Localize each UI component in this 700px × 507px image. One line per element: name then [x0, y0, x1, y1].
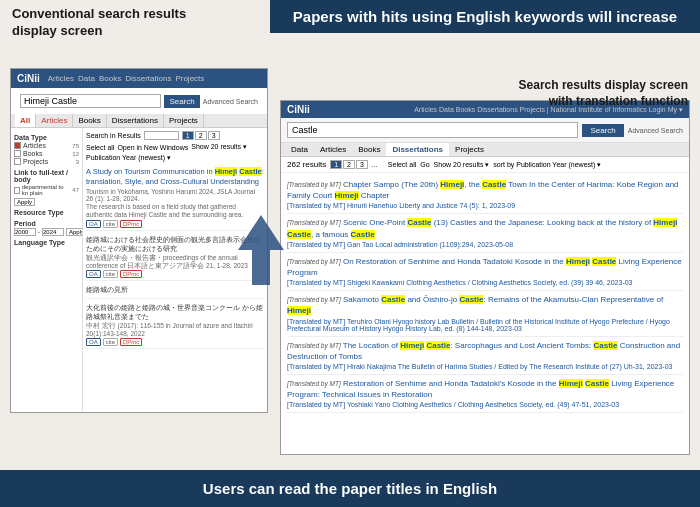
nav-dissertations[interactable]: Dissertations — [125, 74, 171, 83]
trans-result-title-1[interactable]: [Translated by MT] Chapter Sampo (The 20… — [287, 179, 683, 201]
tag-cite: cite — [103, 220, 118, 228]
trans-result-sub-1: [Translated by MT] Hinurii Hanehuo Liber… — [287, 202, 683, 209]
trans-tab-data[interactable]: Data — [285, 143, 314, 156]
cinii-tabs: All Articles Books Dissertations Project… — [11, 114, 267, 128]
trans-tab-projects[interactable]: Projects — [449, 143, 490, 156]
trans-result-sub-3: [Translated by MT] Shigeki Kawakami Clot… — [287, 279, 683, 286]
link-fulltext-label: Link to full-text / body — [14, 169, 79, 183]
trans-result-title-5[interactable]: [Translated by MT] The Location of Himej… — [287, 340, 683, 362]
trans-tab-dissertations[interactable]: Dissertations — [386, 143, 449, 156]
filter-projects-checkbox[interactable] — [14, 158, 21, 165]
show-label[interactable]: Show 20 results ▾ — [191, 143, 247, 151]
pagination: 1 2 3 — [182, 131, 220, 140]
trans-result-4: [Translated by MT] Sakamoto Castle and Ō… — [287, 291, 683, 336]
results-controls-2: Select all Open in New Windows Show 20 r… — [86, 143, 264, 162]
page-3[interactable]: 3 — [208, 131, 220, 140]
trans-results-count: 262 results — [287, 160, 326, 169]
svg-marker-0 — [238, 215, 284, 285]
trans-sort-label[interactable]: sort by Publication Year (newest) ▾ — [493, 161, 601, 169]
trans-search-input[interactable] — [287, 122, 578, 138]
top-banner: Papers with hits using English keywords … — [270, 0, 700, 33]
filter-link-checkbox[interactable] — [14, 187, 20, 194]
nav-books[interactable]: Books — [99, 74, 121, 83]
tab-dissertations[interactable]: Dissertations — [107, 114, 164, 127]
page-2[interactable]: 2 — [195, 131, 207, 140]
trans-result-3: [Translated by MT] On Restoration of Sen… — [287, 253, 683, 291]
trans-result-sub-4: [Translated by MT] Teruhiro Otani Hyogo … — [287, 318, 683, 332]
trans-tab-articles[interactable]: Articles — [314, 143, 352, 156]
trans-result-5: [Translated by MT] The Location of Himej… — [287, 337, 683, 375]
apply-period-btn[interactable]: Apply — [66, 228, 83, 236]
cinii-search-button[interactable]: Search — [164, 95, 199, 108]
tab-books[interactable]: Books — [73, 114, 106, 127]
filter-articles[interactable]: Articles 75 — [14, 142, 79, 149]
trans-result-title-4[interactable]: [Translated by MT] Sakamoto Castle and Ō… — [287, 294, 683, 316]
trans-result-6: [Translated by MT] Restoration of Senhim… — [287, 375, 683, 413]
trans-page-2[interactable]: 2 — [343, 160, 355, 169]
tag-oa: OA — [86, 220, 101, 228]
trans-tabs: Data Articles Books Dissertations Projec… — [281, 143, 689, 157]
trans-advanced-search[interactable]: Advanced Search — [628, 127, 683, 134]
trans-result-sub-6: [Translated by MT] Yoshiaki Yano Clothin… — [287, 401, 683, 408]
tag-cite-4: cite — [103, 338, 118, 346]
panel-arrow — [234, 215, 289, 289]
trans-tab-books[interactable]: Books — [352, 143, 386, 156]
trans-page-1[interactable]: 1 — [330, 160, 342, 169]
period-to[interactable] — [42, 228, 64, 236]
open-windows-label[interactable]: Open in New Windows — [117, 144, 188, 151]
tag-cite-2: cite — [103, 270, 118, 278]
filter-link-fulltext[interactable]: departmental to kn plain 47 — [14, 184, 79, 196]
nav-articles[interactable]: Articles — [48, 74, 74, 83]
tag-dpmc-4: DPmc — [120, 338, 142, 346]
trans-results-controls: 262 results 1 2 3 … Select all Go Show 2… — [281, 157, 689, 173]
filter-books-checkbox[interactable] — [14, 150, 21, 157]
trans-pagination: 1 2 3 … — [330, 160, 380, 169]
trans-select-all[interactable]: Select all — [388, 161, 416, 168]
trans-show-label[interactable]: Show 20 results ▾ — [434, 161, 490, 169]
result-title-4[interactable]: 大化前後の姫路と姫路の城・世界音楽コンクール から姫路城祭礼音楽までた — [86, 303, 264, 321]
tab-all[interactable]: All — [15, 114, 36, 127]
trans-page-3[interactable]: 3 — [356, 160, 368, 169]
search-in-label: Search in Results — [86, 132, 141, 139]
select-all-label[interactable]: Select all — [86, 144, 114, 151]
right-panel-label: Search results display screen with trans… — [519, 78, 688, 109]
sort-label[interactable]: Publication Year (newest) ▾ — [86, 154, 171, 162]
trans-result-sub-5: [Translated by MT] Hiraki Nakajima The B… — [287, 363, 683, 370]
results-controls: Search in Results 1 2 3 — [86, 131, 264, 140]
nav-projects[interactable]: Projects — [175, 74, 204, 83]
apply-btn[interactable]: Apply — [14, 198, 35, 206]
cinii-search-bar: Search Advanced Search — [15, 91, 263, 111]
tab-articles[interactable]: Articles — [36, 114, 73, 127]
tab-projects[interactable]: Projects — [164, 114, 204, 127]
lang-type-label: Language Type — [14, 239, 79, 246]
trans-result-title-3[interactable]: [Translated by MT] On Restoration of Sen… — [287, 256, 683, 278]
tag-dpmc: DPmc — [120, 220, 142, 228]
period-from[interactable] — [14, 228, 36, 236]
advanced-search-link[interactable]: Advanced Search — [203, 98, 258, 105]
conventional-panel: CiNii Articles Data Books Dissertations … — [10, 68, 268, 413]
result-meta-1: Tourism in Yokohama, Yoshino Harumi 2024… — [86, 188, 264, 204]
trans-result-1: [Translated by MT] Chapter Sampo (The 20… — [287, 176, 683, 214]
results-search-input[interactable] — [144, 131, 179, 140]
filter-articles-checkbox[interactable] — [14, 142, 21, 149]
tag-oa-2: OA — [86, 270, 101, 278]
filter-books[interactable]: Books 12 — [14, 150, 79, 157]
resource-type-label: Resource Type — [14, 209, 79, 216]
trans-result-title-6[interactable]: [Translated by MT] Restoration of Senhim… — [287, 378, 683, 400]
tag-dpmc-2: DPmc — [120, 270, 142, 278]
filter-projects[interactable]: Projects 3 — [14, 158, 79, 165]
trans-logo: CiNii — [287, 104, 310, 115]
bottom-banner: Users can read the paper titles in Engli… — [0, 470, 700, 507]
result-title-1[interactable]: A Study on Tourism Communication in Hime… — [86, 167, 264, 187]
cinii-search-input[interactable] — [20, 94, 161, 108]
trans-results-body: [Translated by MT] Chapter Sampo (The 20… — [281, 173, 689, 421]
trans-result-title-2[interactable]: [Translated by MT] Scenic One-Point Cast… — [287, 217, 683, 239]
trans-go-btn[interactable]: Go — [420, 161, 429, 168]
left-filters: Data Type Articles 75 Books 12 Projects … — [11, 128, 83, 411]
result-meta-4: 中村 宏行 (2017): 116-155 in Journal of azur… — [86, 322, 264, 338]
cinii-header: CiNii Articles Data Books Dissertations … — [11, 69, 267, 88]
nav-data[interactable]: Data — [78, 74, 95, 83]
tag-oa-4: OA — [86, 338, 101, 346]
trans-search-button[interactable]: Search — [582, 124, 623, 137]
page-1[interactable]: 1 — [182, 131, 194, 140]
